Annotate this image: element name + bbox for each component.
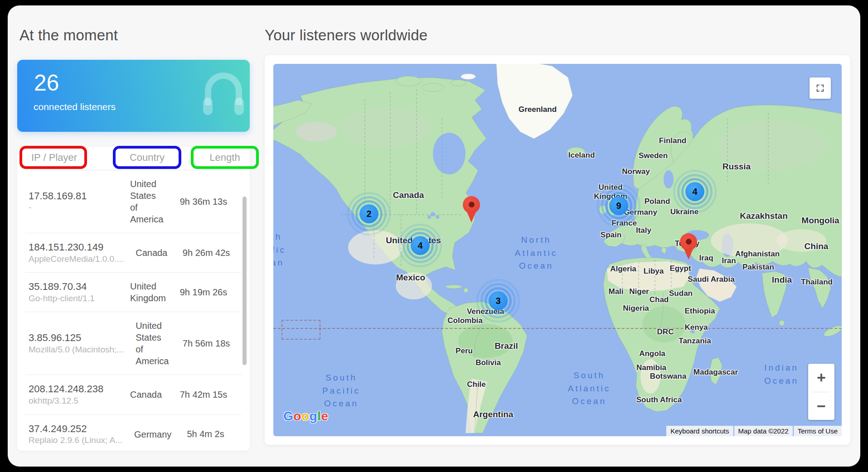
cluster-count: 2 bbox=[359, 204, 378, 223]
listener-country-cell: Germany bbox=[122, 429, 170, 440]
listener-country: United States of America bbox=[130, 178, 165, 225]
listener-length: 7h 42m 15s bbox=[165, 390, 242, 400]
listener-player: - bbox=[29, 202, 118, 213]
dashed-boundary bbox=[281, 320, 320, 340]
ip-player-cell: 184.151.230.149 AppleCoreMedia/1.0.0.... bbox=[25, 241, 124, 265]
ip-player-cell: 35.189.70.34 Go-http-client/1.1 bbox=[25, 280, 118, 304]
listener-cluster-marker[interactable]: 9 bbox=[609, 196, 628, 215]
listener-length: 9h 26m 42s bbox=[171, 248, 242, 258]
table-rows: 17.58.169.81 - United States of America … bbox=[25, 170, 242, 451]
map-data-label: Map data ©2022 bbox=[734, 426, 793, 436]
table-scrollbar[interactable] bbox=[242, 197, 247, 365]
location-pin-icon[interactable] bbox=[679, 233, 698, 260]
listener-country: Canada bbox=[136, 247, 171, 259]
listener-country-cell: United Kingdom bbox=[118, 280, 165, 304]
cluster-count: 3 bbox=[489, 291, 508, 310]
fullscreen-icon bbox=[815, 83, 825, 93]
listener-cluster-marker[interactable]: 4 bbox=[411, 236, 430, 255]
equator-line bbox=[273, 328, 842, 329]
listener-ip: 37.4.249.252 bbox=[29, 423, 122, 435]
listener-cluster-marker[interactable]: 3 bbox=[489, 291, 508, 310]
cluster-count: 4 bbox=[411, 236, 430, 255]
map-canvas[interactable]: North Pacific OceanNorth Atlantic OceanS… bbox=[273, 64, 842, 436]
listener-player: AppleCoreMedia/1.0.0.... bbox=[29, 254, 124, 265]
ip-player-cell: 37.4.249.252 Replaio 2.9.6 (Linux; A... bbox=[25, 423, 122, 446]
listener-length: 9h 36m 13s bbox=[165, 197, 242, 207]
world-map-land bbox=[273, 64, 842, 436]
table-header-row bbox=[25, 147, 242, 170]
right-section-title: Your listeners worldwide bbox=[265, 27, 427, 44]
listener-player: Replaio 2.9.6 (Linux; A... bbox=[29, 435, 122, 446]
listener-length: 9h 19m 26s bbox=[165, 287, 242, 298]
listener-player: okhttp/3.12.5 bbox=[29, 395, 118, 407]
listener-ip: 208.124.248.238 bbox=[29, 383, 118, 395]
fullscreen-button[interactable] bbox=[810, 77, 831, 99]
ip-player-cell: 17.58.169.81 - bbox=[25, 190, 118, 213]
cluster-count: 9 bbox=[609, 196, 628, 215]
cluster-count: 4 bbox=[685, 182, 704, 201]
keyboard-shortcuts-button[interactable]: Keyboard shortcuts bbox=[666, 426, 733, 436]
ip-player-cell: 208.124.248.238 okhttp/3.12.5 bbox=[25, 383, 118, 406]
listener-country: Germany bbox=[134, 429, 170, 440]
table-row: 3.85.96.125 Mozilla/5.0 (Macintosh;... U… bbox=[25, 312, 242, 375]
listener-country: Canada bbox=[130, 389, 165, 400]
listener-length: 5h 4m 2s bbox=[170, 429, 242, 439]
location-pin-icon[interactable] bbox=[462, 196, 480, 222]
dashboard-panel: At the moment Your listeners worldwide 2… bbox=[8, 5, 860, 467]
listener-length: 7h 56m 18s bbox=[171, 338, 242, 349]
table-row: 35.189.70.34 Go-http-client/1.1 United K… bbox=[25, 272, 242, 312]
listener-ip: 184.151.230.149 bbox=[29, 241, 124, 254]
listener-country-cell: United States of America bbox=[124, 320, 171, 367]
listener-count-label: connected listeners bbox=[34, 101, 116, 112]
zoom-in-button[interactable]: + bbox=[808, 364, 834, 392]
headphones-icon bbox=[200, 72, 247, 125]
table-row: 37.4.249.252 Replaio 2.9.6 (Linux; A... … bbox=[25, 414, 242, 451]
listener-country-cell: Canada bbox=[124, 247, 171, 259]
google-logo[interactable]: Google bbox=[283, 409, 328, 424]
listener-ip: 3.85.96.125 bbox=[29, 332, 124, 344]
terms-of-use-link[interactable]: Terms of Use bbox=[794, 426, 842, 436]
listener-ip: 17.58.169.81 bbox=[29, 190, 118, 202]
table-row: 208.124.248.238 okhttp/3.12.5 Canada 7h … bbox=[25, 375, 242, 414]
listener-cluster-marker[interactable]: 2 bbox=[359, 204, 378, 223]
map-attribution: Keyboard shortcuts Map data ©2022 Terms … bbox=[665, 426, 842, 436]
map-card: North Pacific OceanNorth Atlantic OceanS… bbox=[265, 55, 850, 445]
listener-cluster-marker[interactable]: 4 bbox=[685, 182, 704, 201]
listener-country-cell: United States of America bbox=[118, 178, 165, 225]
listener-country: United Kingdom bbox=[130, 280, 165, 304]
listener-player: Mozilla/5.0 (Macintosh;... bbox=[29, 344, 124, 356]
table-row: 17.58.169.81 - United States of America … bbox=[25, 170, 242, 233]
listener-country: United States of America bbox=[136, 320, 171, 367]
zoom-control: + − bbox=[808, 364, 834, 420]
listener-count: 26 bbox=[34, 70, 59, 96]
left-section-title: At the moment bbox=[19, 27, 118, 44]
table-row: 184.151.230.149 AppleCoreMedia/1.0.0....… bbox=[25, 233, 242, 272]
listeners-table: 17.58.169.81 - United States of America … bbox=[17, 147, 250, 451]
zoom-out-button[interactable]: − bbox=[808, 392, 834, 420]
listener-ip: 35.189.70.34 bbox=[29, 280, 118, 293]
connected-listeners-card: 26 connected listeners bbox=[17, 60, 250, 132]
listener-player: Go-http-client/1.1 bbox=[29, 293, 118, 304]
ip-player-cell: 3.85.96.125 Mozilla/5.0 (Macintosh;... bbox=[25, 332, 124, 355]
listener-country-cell: Canada bbox=[118, 389, 165, 400]
